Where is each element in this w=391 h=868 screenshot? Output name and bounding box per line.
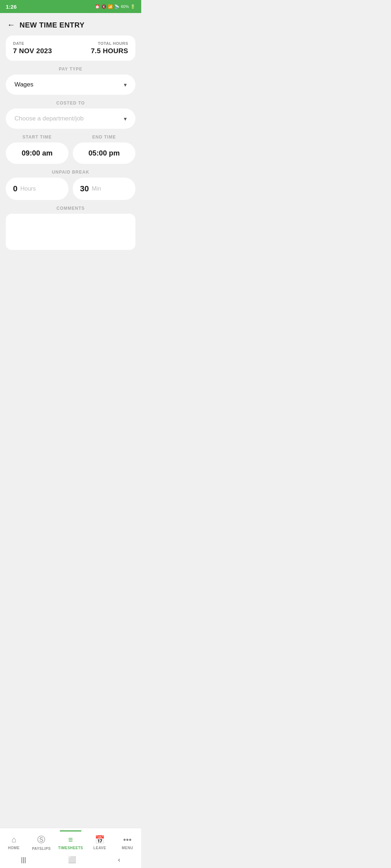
break-hours-section: 0 Hours bbox=[6, 178, 68, 200]
date-hours-card: DATE 7 NOV 2023 TOTAL HOURS 7.5 HOURS bbox=[6, 35, 135, 61]
back-button[interactable]: ← bbox=[7, 20, 15, 30]
total-hours-value: 7.5 HOURS bbox=[91, 47, 128, 55]
break-hours-button[interactable]: 0 Hours bbox=[6, 178, 68, 200]
unpaid-break-group: UNPAID BREAK 0 Hours 30 Min bbox=[6, 170, 135, 200]
date-label: DATE bbox=[13, 41, 52, 46]
break-row: 0 Hours 30 Min bbox=[6, 178, 135, 200]
status-time: 1:26 bbox=[6, 4, 17, 10]
comments-label: COMMENTS bbox=[6, 206, 135, 211]
costed-to-group: COSTED TO Choose a department/job ▾ bbox=[6, 101, 135, 129]
total-hours-label: TOTAL HOURS bbox=[91, 41, 128, 46]
mute-icon: 🔇 bbox=[101, 4, 106, 9]
start-time-section: START TIME 09:00 am bbox=[6, 135, 68, 164]
break-min-unit: Min bbox=[92, 186, 101, 192]
signal-icon: 📡 bbox=[114, 4, 119, 9]
unpaid-break-label: UNPAID BREAK bbox=[6, 170, 135, 175]
break-min-section: 30 Min bbox=[73, 178, 135, 200]
date-value: 7 NOV 2023 bbox=[13, 47, 52, 55]
alarm-icon: ⏰ bbox=[95, 4, 100, 9]
costed-to-dropdown[interactable]: Choose a department/job ▾ bbox=[6, 109, 135, 129]
comments-box[interactable] bbox=[6, 214, 135, 250]
break-hours-unit: Hours bbox=[20, 186, 36, 192]
time-row: START TIME 09:00 am END TIME 05:00 pm bbox=[6, 135, 135, 164]
status-icons: ⏰ 🔇 📶 📡 60% 🔋 bbox=[95, 4, 135, 9]
costed-to-chevron: ▾ bbox=[124, 115, 127, 122]
end-time-section: END TIME 05:00 pm bbox=[73, 135, 135, 164]
end-time-button[interactable]: 05:00 pm bbox=[73, 142, 135, 164]
pay-type-dropdown[interactable]: Wages ▾ bbox=[6, 75, 135, 95]
pay-type-value: Wages bbox=[14, 81, 33, 88]
page-header: ← NEW TIME ENTRY bbox=[0, 13, 141, 35]
start-time-label: START TIME bbox=[6, 135, 68, 140]
start-time-value: 09:00 am bbox=[22, 149, 53, 157]
pay-type-label: PAY TYPE bbox=[6, 67, 135, 72]
break-min-value: 30 bbox=[80, 184, 89, 193]
start-time-button[interactable]: 09:00 am bbox=[6, 142, 68, 164]
costed-to-label: COSTED TO bbox=[6, 101, 135, 106]
costed-to-placeholder: Choose a department/job bbox=[14, 115, 84, 122]
battery-icon: 🔋 bbox=[130, 4, 135, 9]
end-time-value: 05:00 pm bbox=[88, 149, 120, 157]
main-content: DATE 7 NOV 2023 TOTAL HOURS 7.5 HOURS PA… bbox=[0, 35, 141, 250]
pay-type-chevron: ▾ bbox=[124, 81, 127, 88]
date-section: DATE 7 NOV 2023 bbox=[13, 41, 52, 55]
hours-section: TOTAL HOURS 7.5 HOURS bbox=[91, 41, 128, 55]
end-time-label: END TIME bbox=[73, 135, 135, 140]
page-title: NEW TIME ENTRY bbox=[20, 21, 85, 29]
battery-text: 60% bbox=[121, 4, 129, 9]
comments-group: COMMENTS bbox=[6, 206, 135, 250]
status-bar: 1:26 ⏰ 🔇 📶 📡 60% 🔋 bbox=[0, 0, 141, 13]
break-min-button[interactable]: 30 Min bbox=[73, 178, 135, 200]
pay-type-group: PAY TYPE Wages ▾ bbox=[6, 67, 135, 95]
break-hours-value: 0 bbox=[13, 184, 17, 193]
wifi-icon: 📶 bbox=[108, 4, 113, 9]
